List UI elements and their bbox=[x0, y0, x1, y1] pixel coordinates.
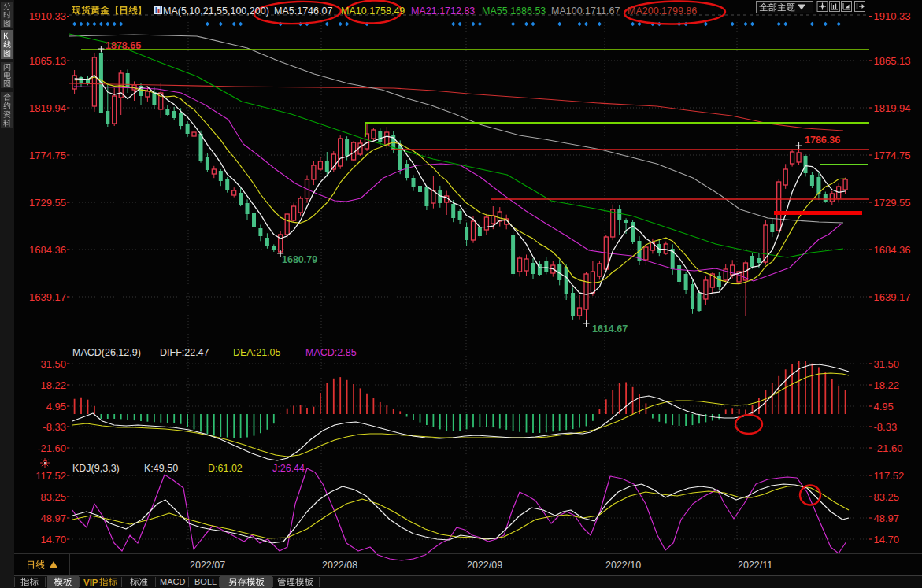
svg-text:MA55:1686.53: MA55:1686.53 bbox=[482, 6, 546, 17]
svg-text:2022/10: 2022/10 bbox=[605, 560, 641, 571]
svg-text:MA100:1711.67: MA100:1711.67 bbox=[551, 6, 620, 17]
svg-text:MA21:1712.83: MA21:1712.83 bbox=[411, 6, 475, 17]
svg-text:1819.94: 1819.94 bbox=[874, 102, 911, 114]
svg-text:2022/11: 2022/11 bbox=[738, 560, 772, 571]
svg-text:14.70: 14.70 bbox=[874, 534, 900, 545]
svg-text:1614.67: 1614.67 bbox=[592, 324, 628, 335]
svg-text:-8.33: -8.33 bbox=[43, 421, 66, 433]
svg-text:31.50: 31.50 bbox=[874, 358, 900, 370]
svg-text:18.22: 18.22 bbox=[874, 379, 900, 391]
svg-text:1684.36: 1684.36 bbox=[29, 244, 66, 256]
svg-text:1729.55: 1729.55 bbox=[29, 197, 66, 209]
svg-text:VIP: VIP bbox=[83, 578, 98, 587]
svg-text:BOLL: BOLL bbox=[194, 577, 217, 586]
svg-text:18.22: 18.22 bbox=[40, 379, 66, 391]
svg-text:4.95: 4.95 bbox=[874, 401, 894, 412]
svg-text:MACD:2.85: MACD:2.85 bbox=[305, 347, 357, 358]
svg-text:MA(5,10,21,55,100,200): MA(5,10,21,55,100,200) bbox=[163, 6, 269, 17]
svg-text:1878.65: 1878.65 bbox=[106, 40, 141, 51]
svg-text:MA5:1746.07: MA5:1746.07 bbox=[274, 6, 332, 17]
svg-text:83.25: 83.25 bbox=[874, 491, 900, 503]
svg-text:1865.13: 1865.13 bbox=[874, 55, 911, 67]
svg-text:D:61.02: D:61.02 bbox=[208, 463, 243, 474]
svg-text:1639.17: 1639.17 bbox=[874, 291, 911, 303]
svg-text:-21.60: -21.60 bbox=[37, 442, 66, 454]
svg-text:2022/09: 2022/09 bbox=[467, 560, 502, 571]
svg-text:48.97: 48.97 bbox=[40, 512, 66, 524]
svg-text:J:26.44: J:26.44 bbox=[272, 463, 305, 474]
svg-text:MACD(26,12,9): MACD(26,12,9) bbox=[72, 347, 141, 358]
svg-text:1910.33: 1910.33 bbox=[874, 10, 911, 22]
svg-text:1819.94: 1819.94 bbox=[29, 102, 66, 114]
svg-text:MACD: MACD bbox=[160, 577, 185, 586]
svg-text:-8.33: -8.33 bbox=[874, 421, 898, 433]
svg-text:DEA:21.05: DEA:21.05 bbox=[233, 347, 281, 358]
svg-text:14.70: 14.70 bbox=[40, 534, 66, 545]
svg-text:KDJ(9,3,3): KDJ(9,3,3) bbox=[72, 463, 120, 474]
svg-text:DIFF:22.47: DIFF:22.47 bbox=[160, 347, 209, 358]
svg-text:MA10:1758.49: MA10:1758.49 bbox=[341, 6, 405, 17]
svg-text:1774.75: 1774.75 bbox=[29, 150, 66, 161]
svg-text:48.97: 48.97 bbox=[874, 512, 900, 524]
svg-text:1910.33: 1910.33 bbox=[29, 10, 66, 22]
svg-text:83.25: 83.25 bbox=[40, 491, 66, 503]
svg-text:117.52: 117.52 bbox=[874, 470, 905, 482]
svg-text:1680.79: 1680.79 bbox=[282, 254, 317, 265]
svg-text:1774.75: 1774.75 bbox=[874, 150, 911, 161]
svg-text:1639.17: 1639.17 bbox=[29, 291, 66, 303]
svg-text:117.52: 117.52 bbox=[35, 470, 66, 482]
svg-text:31.50: 31.50 bbox=[40, 358, 66, 370]
svg-text:MA200:1799.86: MA200:1799.86 bbox=[628, 6, 697, 17]
svg-text:K:49.50: K:49.50 bbox=[144, 463, 178, 474]
svg-text:1786.36: 1786.36 bbox=[805, 135, 840, 146]
svg-text:-21.60: -21.60 bbox=[874, 442, 903, 454]
svg-text:4.95: 4.95 bbox=[46, 401, 66, 412]
svg-text:2022/08: 2022/08 bbox=[322, 560, 357, 571]
svg-text:1684.36: 1684.36 bbox=[874, 244, 911, 256]
svg-text:2022/07: 2022/07 bbox=[190, 560, 225, 571]
svg-text:1729.55: 1729.55 bbox=[874, 197, 911, 209]
svg-text:1865.13: 1865.13 bbox=[29, 55, 66, 67]
